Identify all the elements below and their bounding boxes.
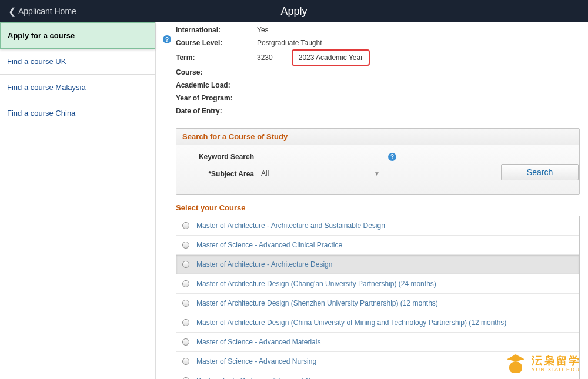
course-label: Postgraduate Diploma - Advanced Nursing — [196, 376, 330, 379]
course-label: Master of Science - Advanced Clinical Pr… — [196, 240, 342, 250]
search-course-panel: Search for a Course of Study Keyword Sea… — [176, 128, 580, 195]
label-term: Term: — [176, 51, 249, 64]
course-row[interactable]: Master of Architecture - Architecture an… — [176, 216, 579, 236]
label-date-of-entry: Date of Entry: — [176, 105, 249, 118]
value-term-code: 3230 — [257, 51, 273, 64]
keyword-input[interactable] — [259, 151, 382, 162]
course-row[interactable]: Master of Architecture - Architecture De… — [176, 255, 579, 274]
watermark-en: YUN XIAO EDU — [532, 367, 581, 373]
back-link[interactable]: ❮ Applicant Home — [0, 6, 85, 17]
subject-area-select[interactable]: All ▼ — [259, 168, 382, 179]
chevron-left-icon: ❮ — [8, 6, 16, 17]
course-row[interactable]: Master of Architecture Design (Chang'an … — [176, 274, 579, 294]
search-panel-title: Search for a Course of Study — [176, 129, 579, 145]
search-button[interactable]: Search — [501, 164, 579, 180]
page-title: Apply — [280, 5, 307, 18]
app-header: ❮ Applicant Home Apply — [0, 0, 588, 22]
radio-icon[interactable] — [182, 280, 189, 287]
sidebar: Apply for a courseFind a course UKFind a… — [0, 22, 156, 379]
keyword-label: Keyword Search — [183, 153, 254, 161]
sidebar-item-3[interactable]: Find a course China — [0, 100, 155, 126]
course-label: Master of Architecture - Architecture De… — [196, 260, 332, 269]
course-label: Master of Architecture - Architecture an… — [196, 221, 385, 230]
course-label: Master of Science - Advanced Materials — [196, 337, 320, 347]
chevron-down-icon: ▼ — [374, 170, 380, 177]
course-row[interactable]: Master of Science - Advanced Clinical Pr… — [176, 236, 579, 255]
radio-icon[interactable] — [182, 242, 189, 249]
label-international: International: — [176, 24, 249, 36]
label-course-level: Course Level: — [176, 36, 249, 49]
label-academic-load: Academic Load: — [176, 79, 249, 92]
back-label: Applicant Home — [18, 6, 76, 16]
watermark-cn: 沄枭留学 — [532, 355, 581, 367]
course-label: Master of Architecture Design (China Uni… — [196, 318, 506, 327]
course-row[interactable]: Master of Architecture Design (Shenzhen … — [176, 294, 579, 313]
term-academic-year-highlight: 2023 Academic Year — [292, 49, 370, 66]
help-icon[interactable]: ? — [388, 153, 396, 161]
radio-icon[interactable] — [182, 338, 189, 346]
watermark-logo: 沄枭留学 YUN XIAO EDU — [505, 354, 581, 374]
course-row[interactable]: Master of Science - Advanced Materials — [176, 333, 579, 352]
sidebar-item-1[interactable]: Find a course UK — [0, 49, 155, 75]
label-year-of-program: Year of Program: — [176, 92, 249, 105]
help-icon[interactable]: ? — [163, 35, 171, 43]
value-course-level: Postgraduate Taught — [257, 36, 322, 49]
subject-area-label: Subject Area — [183, 170, 254, 178]
label-course: Course: — [176, 66, 249, 79]
radio-icon[interactable] — [182, 300, 189, 307]
course-label: Master of Architecture Design (Chang'an … — [196, 279, 436, 289]
main-content: ? International: Yes Course Level: Postg… — [156, 22, 588, 379]
sidebar-item-0[interactable]: Apply for a course — [0, 22, 155, 49]
radio-icon[interactable] — [182, 261, 189, 268]
sidebar-item-2[interactable]: Find a course Malaysia — [0, 75, 155, 100]
course-row[interactable]: Master of Architecture Design (China Uni… — [176, 313, 579, 333]
watermark-icon — [505, 354, 527, 374]
radio-icon[interactable] — [182, 358, 189, 365]
select-course-title: Select your Course — [176, 203, 580, 212]
subject-area-value: All — [261, 169, 269, 177]
course-label: Master of Science - Advanced Nursing — [196, 357, 316, 366]
radio-icon[interactable] — [182, 319, 189, 326]
application-details: ? International: Yes Course Level: Postg… — [176, 22, 580, 118]
radio-icon[interactable] — [182, 222, 189, 229]
value-international: Yes — [257, 24, 269, 36]
course-label: Master of Architecture Design (Shenzhen … — [196, 298, 438, 308]
